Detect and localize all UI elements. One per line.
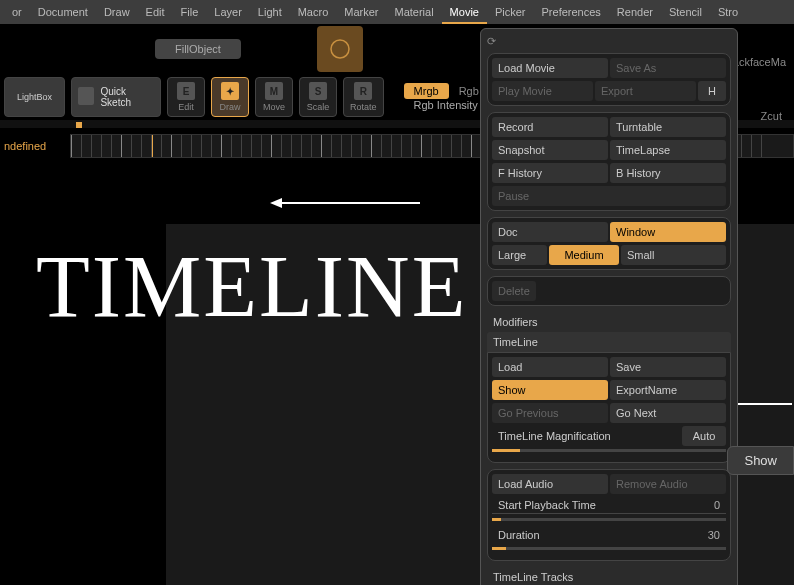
- play-movie-button[interactable]: Play Movie: [492, 81, 593, 101]
- menu-preferences[interactable]: Preferences: [534, 0, 609, 24]
- lightbox-button[interactable]: LightBox: [4, 77, 65, 117]
- delete-group: Delete: [487, 276, 731, 306]
- show-panel-button[interactable]: Show: [727, 446, 794, 475]
- rgb-intensity-label: Rgb Intensity: [414, 99, 478, 111]
- top-menubar: or Document Draw Edit File Layer Light M…: [0, 0, 794, 24]
- load-audio-button[interactable]: Load Audio: [492, 474, 608, 494]
- bhistory-button[interactable]: B History: [610, 163, 726, 183]
- menu-document[interactable]: Document: [30, 0, 96, 24]
- save-as-button[interactable]: Save As: [610, 58, 726, 78]
- draw-button[interactable]: ✦Draw: [211, 77, 249, 117]
- fillobject-button[interactable]: FillObject: [155, 39, 241, 59]
- menu-picker[interactable]: Picker: [487, 0, 534, 24]
- sphere-icon: [328, 37, 352, 61]
- small-button[interactable]: Small: [621, 245, 726, 265]
- duration-value: 30: [708, 529, 720, 541]
- rotate-icon: R: [354, 82, 372, 100]
- menu-material[interactable]: Material: [386, 0, 441, 24]
- scale-icon: S: [309, 82, 327, 100]
- material-swatch[interactable]: [317, 26, 363, 72]
- tl-mag-slider[interactable]: [492, 449, 726, 452]
- large-button[interactable]: Large: [492, 245, 547, 265]
- menu-draw[interactable]: Draw: [96, 0, 138, 24]
- duration-row[interactable]: Duration 30: [492, 527, 726, 543]
- menu-marker[interactable]: Marker: [336, 0, 386, 24]
- window-button[interactable]: Window: [610, 222, 726, 242]
- mrgb-button[interactable]: Mrgb: [404, 83, 449, 99]
- tl-mag-fill: [492, 449, 520, 452]
- duration-label: Duration: [498, 529, 708, 541]
- rotate-label: Rotate: [350, 102, 377, 112]
- menu-light[interactable]: Light: [250, 0, 290, 24]
- size-group: Doc Window Large Medium Small: [487, 217, 731, 270]
- tl-show-button[interactable]: Show: [492, 380, 608, 400]
- timeline-tracks-header[interactable]: TimeLine Tracks: [487, 567, 731, 585]
- menu-file[interactable]: File: [173, 0, 207, 24]
- menu-macro[interactable]: Macro: [290, 0, 337, 24]
- delete-button[interactable]: Delete: [492, 281, 536, 301]
- overlay-timeline-text: TIMELINE: [36, 236, 467, 337]
- medium-button[interactable]: Medium: [549, 245, 619, 265]
- timeline-group: Load Save Show ExportName Go Previous Go…: [487, 352, 731, 463]
- menu-stencil[interactable]: Stencil: [661, 0, 710, 24]
- load-movie-button[interactable]: Load Movie: [492, 58, 608, 78]
- tl-save-button[interactable]: Save: [610, 357, 726, 377]
- rgb-button[interactable]: Rgb: [459, 85, 479, 97]
- tl-exportname-button[interactable]: ExportName: [610, 380, 726, 400]
- tl-load-button[interactable]: Load: [492, 357, 608, 377]
- menu-layer[interactable]: Layer: [206, 0, 250, 24]
- menu-render[interactable]: Render: [609, 0, 661, 24]
- tl-mag-label: TimeLine Magnification: [492, 426, 680, 446]
- tl-gonext-button[interactable]: Go Next: [610, 403, 726, 423]
- snapshot-button[interactable]: Snapshot: [492, 140, 608, 160]
- edit-label: Edit: [178, 102, 194, 112]
- menu-stroke[interactable]: Stro: [710, 0, 746, 24]
- duration-slider[interactable]: [492, 547, 726, 550]
- doc-button[interactable]: Doc: [492, 222, 608, 242]
- start-playback-label: Start Playback Time: [498, 499, 714, 511]
- scale-label: Scale: [307, 102, 330, 112]
- tl-goprev-button[interactable]: Go Previous: [492, 403, 608, 423]
- edit-icon: E: [177, 82, 195, 100]
- move-button[interactable]: MMove: [255, 77, 293, 117]
- zcut-label[interactable]: Zcut: [761, 110, 782, 122]
- movie-panel: ⟳ Load Movie Save As Play Movie Export H…: [480, 28, 738, 585]
- draw-label: Draw: [220, 102, 241, 112]
- timelapse-button[interactable]: TimeLapse: [610, 140, 726, 160]
- annotation-arrow-1: [270, 198, 420, 208]
- quicksketch-label: Quick Sketch: [100, 86, 154, 108]
- audio-group: Load Audio Remove Audio Start Playback T…: [487, 469, 731, 561]
- move-label: Move: [263, 102, 285, 112]
- pause-button[interactable]: Pause: [492, 186, 726, 206]
- start-playback-value: 0: [714, 499, 720, 511]
- undefined-label: ndefined: [0, 140, 70, 152]
- edit-button[interactable]: EEdit: [167, 77, 205, 117]
- refresh-icon[interactable]: ⟳: [487, 35, 501, 49]
- rotate-button[interactable]: RRotate: [343, 77, 384, 117]
- duration-slider-fill: [492, 547, 506, 550]
- h-button[interactable]: H: [698, 81, 726, 101]
- move-icon: M: [265, 82, 283, 100]
- scale-button[interactable]: SScale: [299, 77, 337, 117]
- turntable-button[interactable]: Turntable: [610, 117, 726, 137]
- menu-edit[interactable]: Edit: [138, 0, 173, 24]
- modifiers-header[interactable]: Modifiers: [487, 312, 731, 332]
- quicksketch-button[interactable]: Quick Sketch: [71, 77, 161, 117]
- start-playback-row[interactable]: Start Playback Time 0: [492, 497, 726, 514]
- menu-movie[interactable]: Movie: [442, 0, 487, 24]
- record-button[interactable]: Record: [492, 117, 608, 137]
- fhistory-button[interactable]: F History: [492, 163, 608, 183]
- start-slider-fill: [492, 518, 501, 521]
- remove-audio-button[interactable]: Remove Audio: [610, 474, 726, 494]
- slider-thumb[interactable]: [76, 122, 82, 128]
- export-button[interactable]: Export: [595, 81, 696, 101]
- start-slider[interactable]: [492, 518, 726, 521]
- record-group: Record Turntable Snapshot TimeLapse F Hi…: [487, 112, 731, 211]
- menu-item[interactable]: or: [4, 0, 30, 24]
- movie-io-group: Load Movie Save As Play Movie Export H: [487, 53, 731, 106]
- quicksketch-icon: [78, 87, 94, 105]
- draw-icon: ✦: [221, 82, 239, 100]
- timeline-header[interactable]: TimeLine: [487, 332, 731, 352]
- svg-point-0: [331, 40, 349, 58]
- tl-auto-button[interactable]: Auto: [682, 426, 726, 446]
